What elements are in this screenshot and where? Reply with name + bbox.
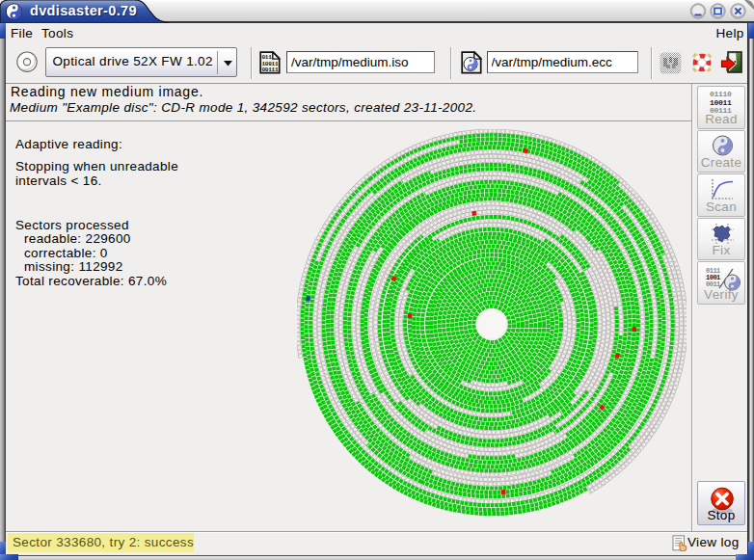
svg-text:00111: 00111 bbox=[261, 67, 279, 73]
